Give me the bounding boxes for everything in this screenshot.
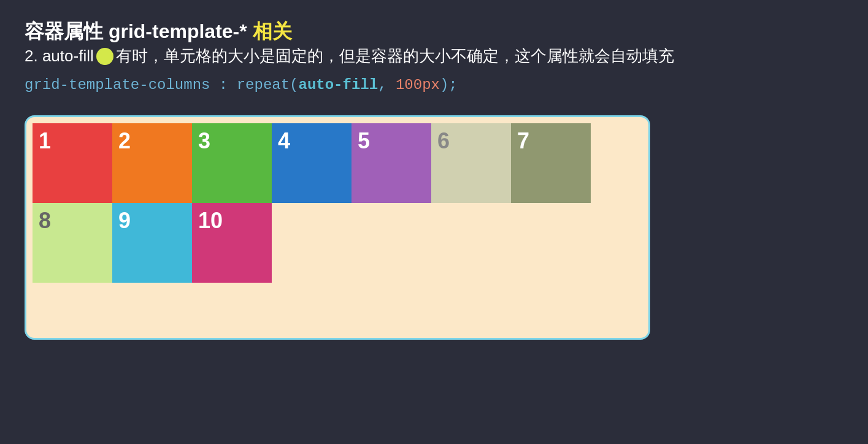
page-title: 容器属性 grid-template-* 相关	[25, 18, 843, 45]
grid-item-2: 2	[112, 123, 192, 203]
grid-demo: 1 2 3 4 5 6 7 8 9 10	[33, 123, 642, 283]
grid-item-5: 5	[351, 123, 431, 203]
code-comma: ,	[378, 77, 396, 93]
grid-item-6: 6	[431, 123, 511, 203]
grid-item-empty-1	[272, 203, 351, 283]
grid-container-wrapper: 1 2 3 4 5 6 7 8 9 10	[25, 115, 650, 340]
code-function: repeat(	[237, 77, 299, 93]
description-text: 有时，单元格的大小是固定的，但是容器的大小不确定，这个属性就会自动填充	[116, 45, 674, 67]
grid-item-9: 9	[112, 203, 192, 283]
grid-item-8: 8	[33, 203, 112, 283]
dot-marker	[96, 48, 113, 65]
grid-bottom-spacer	[33, 283, 642, 332]
code-semicolon: ;	[448, 77, 457, 93]
title-plain: 容器属性 grid-template-*	[25, 20, 247, 42]
title-highlight: 相关	[253, 20, 292, 42]
code-block: grid-template-columns : repeat(auto-fill…	[25, 77, 843, 93]
grid-item-1: 1	[33, 123, 112, 203]
description-prefix: 2. auto-fill	[25, 47, 94, 66]
code-value: 100px	[396, 77, 440, 93]
code-keyword-autofill: auto-fill	[299, 77, 378, 93]
description-line: 2. auto-fill 有时，单元格的大小是固定的，但是容器的大小不确定，这个…	[25, 45, 843, 67]
grid-item-4: 4	[272, 123, 351, 203]
grid-item-10: 10	[192, 203, 272, 283]
code-colon: :	[219, 77, 237, 93]
grid-item-7: 7	[511, 123, 591, 203]
grid-item-empty-3	[431, 203, 511, 283]
code-property: grid-template-columns	[25, 77, 210, 93]
grid-item-empty-2	[351, 203, 431, 283]
grid-item-empty-4	[511, 203, 591, 283]
grid-item-3: 3	[192, 123, 272, 203]
code-close-paren: )	[440, 77, 448, 93]
